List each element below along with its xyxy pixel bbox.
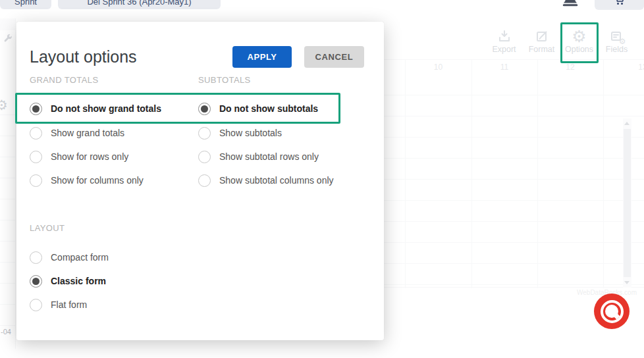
cart-icon (614, 0, 625, 8)
radio-classic-form[interactable]: Classic form (30, 273, 106, 289)
radio-icon[interactable] (30, 127, 42, 140)
radio-compact-form[interactable]: Compact form (30, 249, 109, 265)
webdatarocks-logo[interactable] (594, 294, 630, 329)
radio-label: Show for rows only (51, 151, 128, 162)
radio-label: Classic form (51, 276, 106, 286)
radio-icon[interactable] (30, 174, 42, 187)
grand-totals-heading: GRAND TOTALS (30, 75, 99, 85)
notifications-bell-icon[interactable] (560, 0, 580, 11)
radio-show-subtotal-columns-only[interactable]: Show subtotal columns only (198, 172, 334, 188)
logo-ring (601, 300, 624, 323)
radio-label: Show subtotal rows only (219, 151, 319, 162)
radio-show-subtotals[interactable]: Show subtotals (198, 125, 282, 141)
radio-label: Show subtotal columns only (219, 175, 334, 186)
subtotals-heading: SUBTOTALS (198, 75, 251, 85)
logo-bubble (605, 305, 618, 318)
cancel-button[interactable]: CANCEL (304, 46, 364, 68)
radio-show-subtotal-rows-only[interactable]: Show subtotal rows only (198, 149, 319, 165)
radio-label: Show subtotals (219, 128, 282, 138)
radio-icon[interactable] (198, 151, 211, 163)
radio-icon[interactable] (30, 151, 42, 163)
tab-del-sprint-36[interactable]: Del Sprint 36 (Apr20-May1) (58, 0, 221, 9)
cart-button[interactable] (595, 0, 644, 10)
tab-label: Del Sprint 36 (Apr20-May1) (87, 0, 191, 7)
radio-icon[interactable] (30, 299, 42, 311)
radio-selected-icon[interactable] (30, 275, 42, 288)
radio-icon[interactable] (198, 174, 211, 187)
radio-label: Flat form (51, 299, 87, 310)
radio-show-grand-totals[interactable]: Show grand totals (30, 125, 124, 141)
layout-heading: LAYOUT (30, 223, 65, 233)
radio-label: Show grand totals (51, 128, 124, 138)
radio-show-for-columns-only[interactable]: Show for columns only (30, 172, 144, 188)
radio-label: Show for columns only (51, 175, 144, 186)
radio-icon[interactable] (198, 127, 211, 140)
dialog-title: Layout options (30, 47, 137, 66)
radio-flat-form[interactable]: Flat form (30, 297, 87, 313)
radio-show-for-rows-only[interactable]: Show for rows only (30, 149, 128, 165)
radio-icon[interactable] (30, 251, 42, 264)
highlight-box-selected-radios (15, 93, 340, 124)
tab-label: Sprint (14, 0, 37, 7)
highlight-box-options (560, 22, 599, 63)
radio-label: Compact form (51, 252, 109, 263)
layout-options-dialog: Layout options APPLY CANCEL GRAND TOTALS… (16, 22, 384, 340)
apply-button[interactable]: APPLY (232, 46, 292, 68)
tab-sprint[interactable]: Sprint (0, 0, 51, 9)
